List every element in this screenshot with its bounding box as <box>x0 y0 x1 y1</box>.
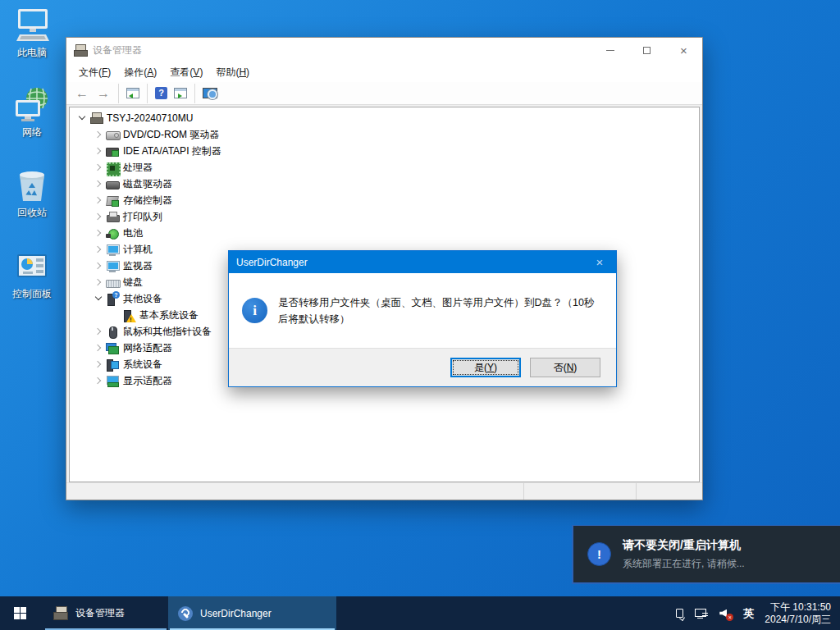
deployment-toast[interactable]: ! 请不要关闭/重启计算机 系统部署正在进行, 请稍候... <box>572 525 840 584</box>
help-button[interactable] <box>147 84 171 103</box>
minimize-icon <box>606 50 614 51</box>
disk-icon <box>106 178 119 190</box>
tree-item-label: 磁盘驱动器 <box>123 177 172 191</box>
network-icon <box>13 86 51 124</box>
desktop-icon-recycle-bin[interactable]: 回收站 <box>5 167 59 218</box>
expander-icon[interactable] <box>93 293 104 304</box>
tree-item-label: 打印队列 <box>123 210 162 224</box>
tree-item[interactable]: 处理器 <box>70 159 699 176</box>
expander-icon[interactable] <box>93 276 104 288</box>
input-method-indicator[interactable]: 英 <box>743 606 754 621</box>
window-title: 设备管理器 <box>93 43 591 57</box>
minimize-button[interactable] <box>591 38 628 62</box>
tree-item-label: 键盘 <box>123 276 143 290</box>
expander-icon[interactable] <box>109 309 121 321</box>
close-button[interactable]: × <box>665 38 702 62</box>
device-manager-taskbar-button[interactable]: 设备管理器 <box>43 596 168 630</box>
storage-icon <box>106 194 119 207</box>
tree-item-label: 处理器 <box>123 161 153 175</box>
this-pc-icon <box>13 7 51 44</box>
wrench-taskbar-button[interactable]: UserDirChanger <box>168 596 336 630</box>
dialog-titlebar[interactable]: UserDirChanger × <box>229 251 616 273</box>
menu-help[interactable]: 帮助(H) <box>209 63 256 82</box>
expander-icon[interactable] <box>93 162 104 173</box>
warning-device-icon <box>122 309 135 322</box>
back-icon <box>75 87 89 100</box>
expander-icon[interactable] <box>93 358 104 370</box>
info-icon: i <box>242 298 267 323</box>
dialog-title: UserDirChanger <box>236 257 583 268</box>
expander-icon[interactable] <box>93 178 104 189</box>
expander-icon[interactable] <box>93 145 104 157</box>
control-panel-icon <box>13 248 51 285</box>
desktop-icon-label: 网络 <box>5 126 59 138</box>
expander-icon[interactable] <box>93 244 104 255</box>
unknown-device-icon <box>106 293 119 305</box>
volume-muted-icon[interactable]: × <box>719 608 733 619</box>
monitor-icon <box>106 260 119 272</box>
tree-item[interactable]: 磁盘驱动器 <box>70 176 699 192</box>
toolbar <box>66 82 702 105</box>
expander-icon[interactable] <box>93 194 104 206</box>
status-cell <box>523 483 636 500</box>
show-hide-console-tree-button[interactable] <box>118 84 143 103</box>
usb-icon[interactable] <box>675 607 684 620</box>
expander-icon[interactable] <box>76 112 88 124</box>
menu-bar: 文件(F) 操作(A) 查看(V) 帮助(H) <box>66 62 702 82</box>
tree-item[interactable]: DVD/CD-ROM 驱动器 <box>70 126 699 143</box>
maximize-icon <box>643 47 651 54</box>
menu-action[interactable]: 操作(A) <box>117 63 163 82</box>
tree-item-label: 计算机 <box>123 243 153 257</box>
tree-item-label: 监视器 <box>123 259 153 273</box>
system-device-icon <box>106 358 119 371</box>
device-manager-icon <box>74 44 87 57</box>
close-icon: × <box>680 44 687 57</box>
expander-icon[interactable] <box>93 211 104 222</box>
start-button[interactable] <box>0 596 39 630</box>
tree-item[interactable]: 电池 <box>70 225 699 241</box>
expander-icon[interactable] <box>93 129 104 140</box>
tree-item[interactable]: 存储控制器 <box>70 192 699 208</box>
display-adapter-icon <box>106 375 119 387</box>
taskbar-apps: 设备管理器 UserDirChanger <box>43 596 336 630</box>
desktop-icon-network[interactable]: 网络 <box>5 86 59 138</box>
taskbar: 设备管理器 UserDirChanger × 英 下午 10:31:50 202… <box>0 596 840 630</box>
expander-icon[interactable] <box>93 342 104 354</box>
toast-subtitle: 系统部署正在进行, 请稍候... <box>623 557 745 571</box>
tree-item-label: 存储控制器 <box>123 194 172 208</box>
tree-item[interactable]: IDE ATA/ATAPI 控制器 <box>70 143 699 159</box>
expander-icon[interactable] <box>93 326 104 337</box>
menu-view[interactable]: 查看(V) <box>163 63 209 82</box>
scan-hardware-changes-icon <box>203 87 217 99</box>
network-icon[interactable] <box>695 608 709 619</box>
forward-button[interactable] <box>93 84 114 103</box>
maximize-button[interactable] <box>628 38 665 62</box>
desktop-icon-control-panel[interactable]: 控制面板 <box>5 248 59 299</box>
clock-date: 2024/7/10/周三 <box>765 614 831 626</box>
menu-file[interactable]: 文件(F) <box>72 63 117 82</box>
expander-icon[interactable] <box>93 375 104 386</box>
action-pane-button[interactable] <box>171 84 190 103</box>
yes-button[interactable]: 是(Y) <box>450 358 521 377</box>
dialog-body: i 是否转移用户文件夹（桌面、文档、图片等用户文件）到D盘？（10秒后将默认转移… <box>229 273 616 348</box>
clock-time: 下午 10:31:50 <box>765 601 831 614</box>
taskbar-clock[interactable]: 下午 10:31:50 2024/7/10/周三 <box>765 601 831 626</box>
desktop-icon-this-pc[interactable]: 此电脑 <box>5 7 59 58</box>
tree-item-label: 其他设备 <box>123 292 162 306</box>
tree-item-label: DVD/CD-ROM 驱动器 <box>123 128 219 142</box>
expander-icon[interactable] <box>93 260 104 272</box>
tree-item[interactable]: TSYJ-20240710MU <box>70 110 699 126</box>
expander-icon[interactable] <box>93 227 104 239</box>
taskbar-app-label: 设备管理器 <box>75 606 125 620</box>
window-titlebar[interactable]: 设备管理器 × <box>66 38 702 62</box>
tree-item[interactable]: 打印队列 <box>70 208 699 225</box>
no-button[interactable]: 否(N) <box>530 358 600 377</box>
network-adapter-icon <box>106 342 119 354</box>
back-button[interactable] <box>71 84 93 103</box>
mute-badge: × <box>726 614 733 621</box>
tree-item-label: TSYJ-20240710MU <box>107 112 193 124</box>
cdrom-icon <box>106 129 119 141</box>
scan-hardware-changes-button[interactable] <box>194 84 221 103</box>
dialog-close-button[interactable]: × <box>583 251 616 273</box>
forward-icon <box>96 87 111 100</box>
